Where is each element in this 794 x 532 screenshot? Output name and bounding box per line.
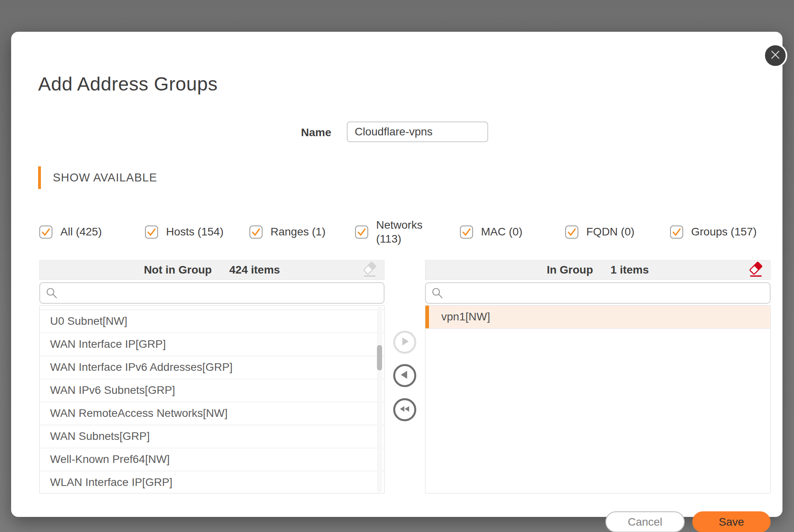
vertical-scrollbar[interactable] xyxy=(377,306,382,492)
arrow-left-icon xyxy=(399,369,410,382)
list-item[interactable]: Well-Known Pref64[NW] xyxy=(40,448,384,471)
filter-label: All (425) xyxy=(60,226,102,238)
cancel-button[interactable]: Cancel xyxy=(605,511,685,532)
close-button[interactable] xyxy=(763,44,787,67)
eraser-icon[interactable] xyxy=(361,262,379,279)
not-in-group-header: Not in Group 424 items xyxy=(39,260,384,280)
filter-checkbox-item[interactable]: Hosts (154) xyxy=(145,214,224,250)
checkbox-checked-icon[interactable] xyxy=(355,226,368,239)
save-button[interactable]: Save xyxy=(692,511,771,532)
scrollbar-thumb[interactable] xyxy=(377,345,382,370)
type-filter-row: All (425) Hosts (154) xyxy=(11,214,794,250)
list-item[interactable]: vpn1[NW] xyxy=(425,306,770,329)
filter-label: Groups (157) xyxy=(691,226,757,238)
page-title: Add Address Groups xyxy=(38,73,218,95)
accent-bar xyxy=(38,166,41,189)
list-item[interactable]: U0 Subnet[NW] xyxy=(40,310,384,333)
filter-label: Ranges (1) xyxy=(270,226,326,238)
not-in-group-panel: Not in Group 424 items xyxy=(39,260,384,280)
name-label: Name xyxy=(269,126,331,139)
filter-checkbox-item[interactable]: Groups (157) xyxy=(670,214,757,250)
list-item[interactable]: WAN Interface IPv6 Addresses[GRP] xyxy=(40,356,384,379)
search-input[interactable] xyxy=(425,282,771,304)
list-item[interactable]: WAN IPv6 Subnets[GRP] xyxy=(40,379,384,402)
in-group-panel: In Group 1 items xyxy=(425,260,771,280)
checkbox-checked-icon[interactable] xyxy=(670,226,683,239)
name-field[interactable] xyxy=(347,121,488,142)
move-left-button[interactable] xyxy=(393,364,416,387)
move-all-left-button[interactable] xyxy=(393,398,416,421)
list-item[interactable]: WAN RemoteAccess Networks[NW] xyxy=(40,402,384,425)
screen-backdrop: Add Address Groups Name SHOW AVAILABLE A… xyxy=(0,0,794,532)
not-in-group-list: U0 Subnet[NW] WAN Interface IP[GRP] WAN … xyxy=(39,305,384,493)
filter-checkbox-item[interactable]: FQDN (0) xyxy=(565,214,634,250)
filter-label: MAC (0) xyxy=(481,226,522,238)
show-available-heading: SHOW AVAILABLE xyxy=(38,166,157,189)
filter-checkbox-item[interactable]: Networks (113) xyxy=(355,214,427,250)
checkbox-checked-icon[interactable] xyxy=(249,226,263,239)
checkbox-checked-icon[interactable] xyxy=(145,226,158,239)
in-group-header: In Group 1 items xyxy=(425,260,771,280)
not-in-group-search xyxy=(39,282,384,304)
filter-label: FQDN (0) xyxy=(586,226,634,238)
double-arrow-left-icon xyxy=(399,403,411,416)
filter-checkbox-item[interactable]: MAC (0) xyxy=(460,214,522,250)
filter-label: Hosts (154) xyxy=(166,226,224,238)
filter-checkbox-item[interactable]: Ranges (1) xyxy=(249,214,326,250)
list-item[interactable]: WAN Interface IP[GRP] xyxy=(40,333,384,356)
filter-checkbox-item[interactable]: All (425) xyxy=(39,214,102,250)
arrow-right-icon xyxy=(399,336,410,349)
eraser-icon-red[interactable] xyxy=(747,262,765,279)
list-item[interactable]: WLAN Interface IP[GRP] xyxy=(40,471,384,493)
item-count-badge: 424 items xyxy=(229,264,280,276)
list-item[interactable]: WAN Subnets[GRP] xyxy=(40,425,384,448)
checkbox-checked-icon[interactable] xyxy=(460,226,473,239)
checkbox-checked-icon[interactable] xyxy=(39,226,52,239)
search-input[interactable] xyxy=(39,282,384,304)
partial-scrolled-row xyxy=(40,306,384,310)
in-group-list: vpn1[NW] xyxy=(425,305,771,493)
add-address-groups-dialog: Add Address Groups Name SHOW AVAILABLE A… xyxy=(11,32,782,517)
in-group-search xyxy=(425,282,771,304)
item-count-badge: 1 items xyxy=(610,264,649,276)
close-icon xyxy=(769,49,781,62)
move-right-button[interactable] xyxy=(393,331,416,354)
checkbox-checked-icon[interactable] xyxy=(565,226,578,239)
filter-label: Networks (113) xyxy=(376,218,427,246)
